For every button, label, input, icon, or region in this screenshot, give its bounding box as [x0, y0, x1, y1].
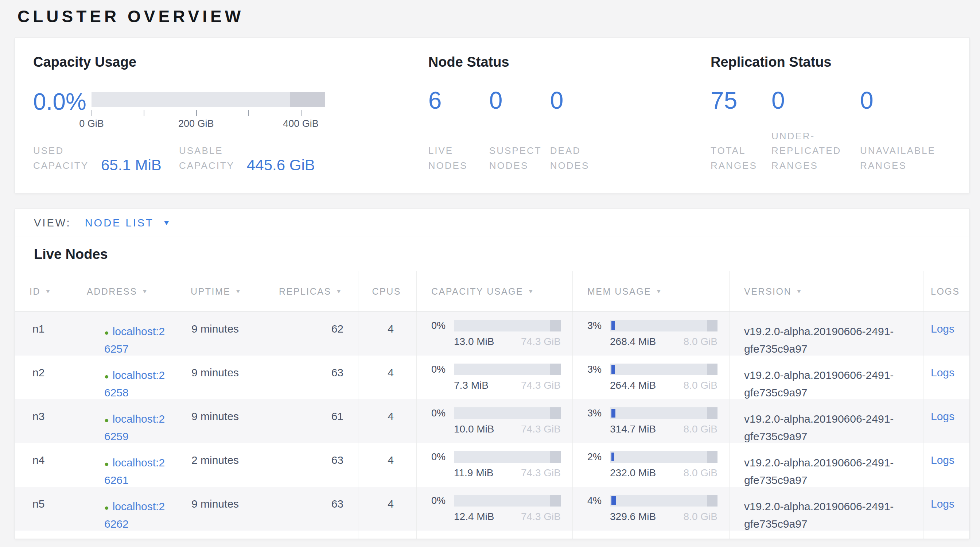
logs-link[interactable]: Logs — [931, 366, 955, 378]
node-capacity-usage: 0% 12.4 MiB74.3 GiB — [417, 487, 573, 533]
node-status-title: Node Status — [428, 54, 711, 88]
logs-link[interactable]: Logs — [931, 498, 955, 510]
node-uptime: 9 minutes — [176, 399, 262, 445]
mem-percent: 3% — [587, 408, 610, 419]
node-address-cell: ●localhost:26262 — [72, 487, 176, 533]
node-replicas: 63 — [262, 487, 358, 533]
capacity-usage-bar — [92, 92, 325, 107]
mem-bar — [610, 407, 718, 419]
node-uptime: 2 minutes — [176, 443, 262, 489]
mem-used: 268.4 MiB — [610, 336, 656, 348]
table-row: n4 ●localhost:26261 2 minutes 63 4 0% 11… — [15, 443, 969, 487]
node-replicas: 61 — [262, 399, 358, 445]
node-mem-usage: 4% 329.6 MiB8.0 GiB — [573, 487, 730, 533]
mem-bar-fill — [611, 496, 616, 505]
mem-total: 8.0 GiB — [684, 511, 718, 523]
suspect-nodes-count: 0 — [489, 88, 550, 112]
column-header-mem-usage[interactable]: MEM USAGE▼ — [573, 271, 730, 312]
used-capacity-stat: USED CAPACITY 65.1 MiB — [33, 143, 179, 173]
node-replicas: 63 — [262, 443, 358, 489]
axis-label-200gib: 200 GiB — [178, 118, 214, 129]
total-ranges-stat: 75 TOTAL RANGES — [711, 88, 772, 173]
capacity-total: 74.3 GiB — [521, 380, 561, 391]
axis-label-400gib: 400 GiB — [283, 118, 319, 129]
chevron-down-icon[interactable]: ▼ — [162, 219, 170, 227]
node-address-cell: ●localhost:26261 — [72, 443, 176, 489]
replication-status-section: Replication Status 75 TOTAL RANGES 0 UND… — [711, 54, 951, 173]
capacity-percent: 0% — [431, 452, 454, 463]
mem-total: 8.0 GiB — [684, 423, 718, 435]
table-header-row: ID▼ ADDRESS▼ UPTIME▼ REPLICAS▼ CPUS CAPA… — [15, 271, 969, 312]
cluster-overview-page: CLUSTER OVERVIEW Capacity Usage 0.0% — [0, 0, 980, 547]
mem-bar — [610, 320, 718, 331]
sort-arrow-icon: ▼ — [655, 288, 662, 295]
node-address-link[interactable]: localhost:26262 — [104, 500, 165, 530]
node-list-card: VIEW: NODE LIST ▼ Live Nodes ID▼ ADDRESS… — [14, 208, 970, 539]
node-capacity-usage: 0% 11.9 MiB74.3 GiB — [417, 443, 573, 489]
table-row: n2 ●localhost:26258 9 minutes 63 4 0% 7.… — [15, 356, 969, 399]
node-version: v19.2.0-alpha.20190606-2491-gfe735c9a97 — [730, 487, 923, 533]
node-id: n5 — [15, 487, 72, 533]
live-status-dot-icon: ● — [104, 460, 109, 468]
capacity-bar — [454, 320, 561, 331]
used-capacity-value: 65.1 MiB — [101, 157, 162, 173]
node-address-link[interactable]: localhost:26261 — [104, 456, 165, 486]
node-id: n1 — [15, 312, 72, 358]
mem-bar — [610, 495, 718, 507]
node-address-cell: ●localhost:26259 — [72, 399, 176, 445]
node-uptime: 9 minutes — [176, 487, 262, 533]
mem-bar-fill — [611, 409, 616, 418]
column-header-id[interactable]: ID▼ — [15, 271, 72, 312]
column-header-replicas[interactable]: REPLICAS▼ — [262, 271, 358, 312]
sort-arrow-icon: ▼ — [796, 288, 803, 295]
capacity-usage-section: Capacity Usage 0.0% 0 GiB — [33, 54, 428, 173]
capacity-bar-reserved-segment — [290, 92, 325, 107]
sort-arrow-icon: ▼ — [336, 288, 343, 295]
node-version: v19.2.0-alpha.20190606-2491-gfe735c9a97 — [730, 356, 923, 401]
column-header-capacity-usage[interactable]: CAPACITY USAGE▼ — [417, 271, 573, 312]
node-uptime: 9 minutes — [176, 312, 262, 358]
view-selected-value[interactable]: NODE LIST — [85, 217, 154, 229]
under-replicated-count: 0 — [772, 88, 860, 112]
node-cpus: 4 — [358, 399, 417, 445]
total-ranges-label: TOTAL RANGES — [711, 143, 765, 173]
capacity-used: 7.3 MiB — [454, 380, 488, 391]
node-version: v19.2.0-alpha.20190606-2491-gfe735c9a97 — [730, 312, 923, 358]
logs-link[interactable]: Logs — [931, 323, 955, 335]
node-id: n2 — [15, 356, 72, 401]
capacity-percent: 0% — [431, 495, 454, 507]
table-row: n3 ●localhost:26259 9 minutes 61 4 0% 10… — [15, 399, 969, 443]
logs-link[interactable]: Logs — [931, 454, 955, 466]
mem-percent: 2% — [587, 452, 610, 463]
unavailable-ranges-label: UNAVAILABLE RANGES — [860, 143, 951, 173]
table-row: n1 ●localhost:26257 9 minutes 62 4 0% 13… — [15, 312, 969, 356]
column-header-address[interactable]: ADDRESS▼ — [72, 271, 176, 312]
page-title: CLUSTER OVERVIEW — [18, 6, 244, 26]
mem-bar-fill — [611, 365, 615, 374]
node-cpus: 4 — [358, 312, 417, 358]
node-address-link[interactable]: localhost:26258 — [104, 369, 165, 399]
mem-bar — [610, 364, 718, 375]
node-mem-usage: 3% 264.4 MiB8.0 GiB — [573, 356, 730, 401]
mem-used: 314.7 MiB — [610, 423, 656, 435]
column-header-version[interactable]: VERSION▼ — [730, 271, 923, 312]
column-header-cpus[interactable]: CPUS — [358, 271, 417, 312]
table-row-clipped — [15, 531, 969, 539]
view-selector-dropdown[interactable]: NODE LIST ▼ — [85, 217, 170, 229]
mem-bar-fill — [611, 453, 614, 461]
mem-used: 264.4 MiB — [610, 380, 656, 391]
mem-used: 329.6 MiB — [610, 511, 656, 523]
node-cpus: 4 — [358, 443, 417, 489]
replication-status-title: Replication Status — [711, 54, 951, 88]
capacity-total: 74.3 GiB — [521, 511, 561, 523]
capacity-used: 13.0 MiB — [454, 336, 495, 348]
column-header-uptime[interactable]: UPTIME▼ — [176, 271, 262, 312]
node-address-link[interactable]: localhost:26257 — [104, 325, 165, 355]
logs-link[interactable]: Logs — [931, 410, 955, 422]
live-nodes-heading: Live Nodes — [15, 237, 969, 271]
under-replicated-label: UNDER-REPLICATED RANGES — [772, 129, 846, 173]
capacity-total: 74.3 GiB — [521, 336, 561, 348]
capacity-bar — [454, 364, 561, 375]
node-cpus: 4 — [358, 356, 417, 401]
node-address-link[interactable]: localhost:26259 — [104, 413, 165, 442]
